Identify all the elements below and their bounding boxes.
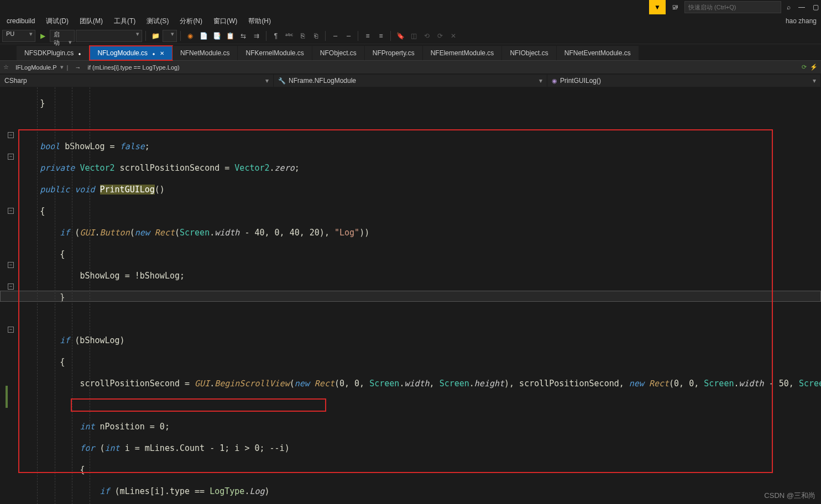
tab-nfproperty[interactable]: NFProperty.cs — [365, 46, 423, 60]
menu-credibuild[interactable]: credibuild — [1, 15, 40, 27]
change-marker — [6, 386, 8, 408]
user-label: hao zhang — [786, 17, 817, 25]
feedback-icon[interactable]: 🖳 — [669, 1, 681, 13]
tool-icon[interactable]: ⎗ — [310, 30, 322, 42]
filter-icon[interactable]: ▼ — [649, 0, 666, 15]
menu-window[interactable]: 窗口(W) — [208, 15, 243, 28]
menu-tools[interactable]: 工具(T) — [108, 15, 141, 28]
start-dropdown[interactable]: 启动 — [50, 30, 75, 42]
tool-icon[interactable]: ⎘ — [296, 30, 308, 42]
search-icon[interactable]: ⌕ — [785, 3, 793, 11]
tool-icon[interactable]: 📋 — [224, 30, 236, 42]
sync-icon[interactable]: ⟳ — [802, 64, 807, 71]
method-dropdown[interactable]: ◉PrintGUILog()▾ — [547, 75, 821, 87]
fold-icon[interactable]: − — [8, 262, 14, 268]
tool-icon[interactable]: 📑 — [211, 30, 223, 42]
toolbar: PU ▶ 启动 📁 ◉ 📄 📑 📋 ⇆ ⇉ ¶ ᵃᵇᶜ ⎘ ⎗ ⎼ ⎼ ≡ ≡ … — [0, 28, 821, 44]
tab-nfobject[interactable]: NFObject.cs — [312, 46, 365, 60]
tool-icon[interactable]: ◫ — [407, 30, 420, 42]
breadcrumb-scope[interactable]: if (mLines[i].type == LogType.Log) — [84, 64, 182, 71]
lightning-icon[interactable]: ⚡ — [810, 64, 818, 71]
tab-nfiobject[interactable]: NFIObject.cs — [502, 46, 556, 60]
lang-dropdown[interactable]: CSharp▾ — [0, 75, 274, 87]
tool-icon[interactable]: ⎼ — [342, 30, 354, 42]
class-dropdown[interactable]: 🔧NFrame.NFLogModule▾ — [274, 75, 547, 87]
menu-test[interactable]: 测试(S) — [141, 15, 174, 28]
tool-icon[interactable]: ≡ — [375, 30, 387, 42]
tab-nfelementmodule[interactable]: NFElementModule.cs — [423, 46, 503, 60]
code-editor[interactable]: − − − − − − } bool bShowLog = false; pri… — [0, 87, 821, 504]
tool-icon[interactable]: 🔖 — [394, 30, 406, 42]
restore-button[interactable]: ▢ — [810, 3, 821, 11]
watermark: CSDN @三和尚 — [764, 491, 815, 501]
class-icon: 🔧 — [278, 77, 286, 85]
tab-nfsdkplugin[interactable]: NFSDKPlugin.cs⬥ — [17, 46, 90, 60]
tool-icon[interactable]: 📁 — [149, 30, 161, 42]
breadcrumb: ☆ IFLogModule.P ▾ | → if (mLines[i].type… — [0, 61, 821, 74]
menu-team[interactable]: 团队(M) — [74, 15, 108, 28]
pin-icon[interactable]: ⬥ — [152, 50, 155, 56]
menu-debug[interactable]: 调试(D) — [40, 15, 74, 28]
config-dropdown[interactable]: PU — [2, 30, 35, 42]
star-icon[interactable]: ☆ — [3, 64, 12, 71]
tool-icon[interactable]: ◉ — [184, 30, 196, 42]
tool-icon[interactable]: ✕ — [447, 30, 459, 42]
breadcrumb-file[interactable]: IFLogModule.P — [12, 64, 60, 71]
menubar: credibuild 调试(D) 团队(M) 工具(T) 测试(S) 分析(N)… — [0, 14, 821, 28]
tool-icon[interactable]: ⟲ — [421, 30, 433, 42]
fold-icon[interactable]: − — [8, 327, 14, 333]
tab-nflogmodule[interactable]: NFLogModule.cs⬥✕ — [90, 46, 172, 60]
tool-icon[interactable]: ⇉ — [250, 30, 263, 42]
quick-launch[interactable] — [684, 1, 781, 13]
start-icon[interactable]: ▶ — [36, 30, 49, 42]
fold-icon[interactable]: − — [8, 154, 14, 160]
tool-icon[interactable]: ⎼ — [329, 30, 341, 42]
tool-icon[interactable]: ≡ — [362, 30, 374, 42]
fold-icon[interactable]: − — [8, 208, 14, 214]
fold-icon[interactable]: − — [8, 132, 14, 138]
method-icon: ◉ — [552, 77, 557, 85]
current-line-highlight — [0, 291, 821, 302]
tab-nfkernelmodule[interactable]: NFKernelModule.cs — [238, 46, 312, 60]
menu-help[interactable]: 帮助(H) — [243, 15, 276, 28]
close-icon[interactable]: ✕ — [160, 50, 164, 56]
class-navigator: CSharp▾ 🔧NFrame.NFLogModule▾ ◉PrintGUILo… — [0, 74, 821, 87]
menu-analyze[interactable]: 分析(N) — [174, 15, 208, 28]
tool-icon[interactable]: ᵃᵇᶜ — [283, 30, 295, 42]
tool-icon[interactable]: ⇆ — [237, 30, 249, 42]
target-dropdown[interactable] — [76, 30, 142, 42]
tab-nfneteventmodule[interactable]: NFNetEventModule.cs — [557, 46, 639, 60]
titlebar: ▼ 🖳 ⌕ — ▢ — [0, 0, 821, 14]
fold-icon[interactable]: − — [8, 284, 14, 290]
pin-icon[interactable]: ⬥ — [78, 50, 81, 56]
tab-nfnetmodule[interactable]: NFNetModule.cs — [172, 46, 238, 60]
tool-sep-dropdown[interactable] — [163, 30, 177, 42]
breadcrumb-arrow: → — [71, 64, 84, 71]
tool-icon[interactable]: 📄 — [197, 30, 210, 42]
minimize-button[interactable]: — — [796, 3, 807, 11]
tool-icon[interactable]: ⟳ — [434, 30, 446, 42]
tool-icon[interactable]: ¶ — [270, 30, 282, 42]
editor-tabs: NFSDKPlugin.cs⬥ NFLogModule.cs⬥✕ NFNetMo… — [0, 44, 821, 61]
